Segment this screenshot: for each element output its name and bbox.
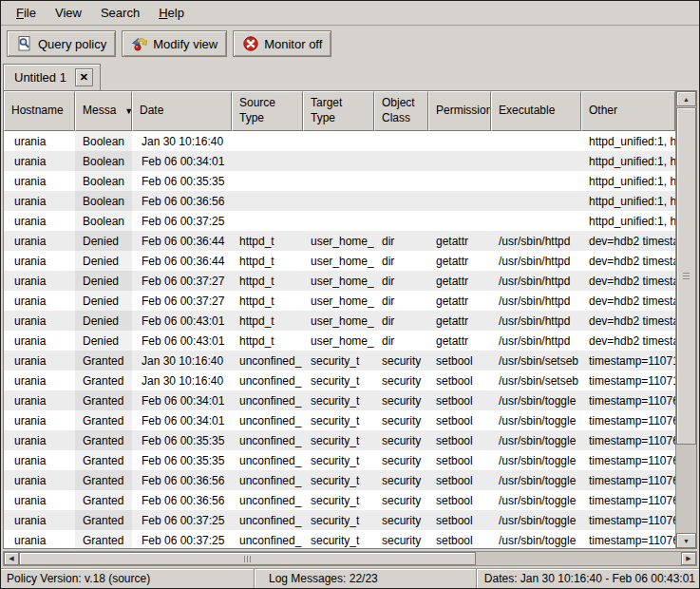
menu-search[interactable]: Search	[91, 2, 149, 24]
table-row[interactable]: uraniaBooleanFeb 06 00:36:56httpd_unifie…	[4, 191, 675, 211]
cell-source	[232, 171, 303, 191]
scroll-down-icon[interactable]: ▼	[676, 533, 696, 548]
cell-hostname: urania	[4, 291, 75, 311]
cell-message: Boolean	[75, 131, 132, 151]
menu-file[interactable]: File	[7, 2, 46, 24]
table-row[interactable]: uraniaDeniedFeb 06 00:43:01httpd_tuser_h…	[4, 311, 675, 331]
table-row[interactable]: uraniaDeniedFeb 06 00:36:44httpd_tuser_h…	[4, 251, 675, 271]
cell-hostname: urania	[4, 271, 75, 291]
cell-message: Granted	[75, 470, 132, 490]
cell-date: Feb 06 00:37:25	[132, 510, 232, 530]
column-header-label: Other	[589, 104, 617, 119]
column-header-message[interactable]: Messa▼	[75, 91, 132, 131]
cell-target: user_home_	[303, 231, 374, 251]
cell-hostname: urania	[4, 470, 75, 490]
cell-target: user_home_	[303, 251, 374, 271]
column-header-source[interactable]: Source Type	[232, 91, 303, 131]
cell-target: user_home_	[303, 291, 374, 311]
table-row[interactable]: uraniaGrantedFeb 06 00:34:01unconfined_s…	[4, 390, 675, 410]
cell-target	[303, 191, 374, 211]
vertical-scrollbar-track[interactable]	[676, 106, 696, 533]
column-header-other[interactable]: Other	[581, 91, 675, 131]
table-row[interactable]: uraniaGrantedFeb 06 00:35:35unconfined_s…	[4, 450, 675, 470]
cell-other: dev=hdb2 timesta	[581, 231, 675, 251]
cell-permission: setbool	[428, 370, 491, 390]
table-row[interactable]: uraniaDeniedFeb 06 00:37:27httpd_tuser_h…	[4, 271, 675, 291]
cell-executable: /usr/sbin/toggle	[491, 390, 581, 410]
table-row[interactable]: uraniaDeniedFeb 06 00:37:27httpd_tuser_h…	[4, 291, 675, 311]
log-messages-status: Log Messages: 22/23	[254, 569, 476, 588]
cell-hostname: urania	[4, 191, 75, 211]
cell-permission: setbool	[428, 530, 491, 548]
cell-source	[232, 151, 303, 171]
table-row[interactable]: uraniaGrantedFeb 06 00:36:56unconfined_s…	[4, 490, 675, 510]
cell-source	[232, 131, 303, 151]
cell-target: security_t	[303, 490, 374, 510]
cell-hostname: urania	[4, 390, 75, 410]
column-header-date[interactable]: Date	[132, 91, 232, 131]
app-window: FileViewSearchHelp Query policy	[0, 0, 700, 589]
cell-obj_class: security	[374, 510, 428, 530]
table-row[interactable]: uraniaDeniedFeb 06 00:36:44httpd_tuser_h…	[4, 231, 675, 251]
tab-label: Untitled 1	[14, 70, 66, 85]
mnemonic: F	[16, 6, 24, 20]
vertical-scrollbar-thumb[interactable]	[676, 107, 696, 445]
modify-view-button[interactable]: Modify view	[122, 30, 227, 57]
scroll-right-icon[interactable]: ▶	[681, 552, 696, 565]
cell-target: security_t	[303, 470, 374, 490]
cell-target: user_home_	[303, 271, 374, 291]
cell-hostname: urania	[4, 131, 75, 151]
cell-obj_class	[374, 211, 428, 231]
cell-date: Feb 06 00:43:01	[132, 331, 232, 351]
column-header-hostname[interactable]: Hostname	[4, 91, 75, 131]
cell-executable: /usr/sbin/toggle	[491, 450, 581, 470]
cell-date: Jan 30 10:16:40	[132, 351, 232, 370]
cell-date: Feb 06 00:37:27	[132, 291, 232, 311]
query-policy-button[interactable]: Query policy	[7, 30, 116, 57]
cell-target: security_t	[303, 430, 374, 450]
table-row[interactable]: uraniaGrantedJan 30 10:16:40unconfined_s…	[4, 351, 675, 370]
horizontal-scrollbar-track[interactable]	[19, 552, 681, 565]
table-row[interactable]: uraniaBooleanFeb 06 00:34:01httpd_unifie…	[4, 151, 675, 171]
toolbar: Query policy Modify view Monitor off	[1, 26, 699, 62]
cell-hostname: urania	[4, 311, 75, 331]
monitor-off-label: Monitor off	[264, 37, 322, 51]
vertical-scrollbar[interactable]: ▲ ▼	[675, 91, 696, 548]
monitor-off-button[interactable]: Monitor off	[233, 30, 331, 57]
column-header-obj_class[interactable]: Object Class	[374, 91, 428, 131]
table-row[interactable]: uraniaGrantedJan 30 10:16:40unconfined_s…	[4, 370, 675, 390]
table-row[interactable]: uraniaBooleanFeb 06 00:35:35httpd_unifie…	[4, 171, 675, 191]
cell-permission: setbool	[428, 390, 491, 410]
thumb-grip-icon	[244, 556, 245, 562]
table-row[interactable]: uraniaGrantedFeb 06 00:37:25unconfined_s…	[4, 510, 675, 530]
cell-other: timestamp=11076	[581, 470, 675, 490]
horizontal-scrollbar-thumb[interactable]	[19, 552, 476, 565]
table-row[interactable]: uraniaGrantedFeb 06 00:37:25unconfined_s…	[4, 530, 675, 548]
cell-other: timestamp=11076	[581, 510, 675, 530]
cell-source	[232, 191, 303, 211]
menu-help[interactable]: Help	[149, 2, 194, 24]
cell-obj_class: dir	[374, 251, 428, 271]
tab-close-icon[interactable]: ✕	[75, 68, 93, 86]
cell-other: httpd_unified:1, h	[581, 171, 675, 191]
table-row[interactable]: uraniaBooleanJan 30 10:16:40httpd_unifie…	[4, 131, 675, 151]
cell-obj_class: security	[374, 470, 428, 490]
scroll-left-icon[interactable]: ◀	[4, 552, 19, 565]
column-header-permission[interactable]: Permission	[428, 91, 491, 131]
tab-untitled-1[interactable]: Untitled 1 ✕	[3, 64, 101, 90]
horizontal-scrollbar[interactable]: ◀ ▶	[3, 551, 697, 566]
cell-date: Feb 06 00:36:56	[132, 490, 232, 510]
table-row[interactable]: uraniaBooleanFeb 06 00:37:25httpd_unifie…	[4, 211, 675, 231]
cell-target: security_t	[303, 530, 374, 548]
table-row[interactable]: uraniaGrantedFeb 06 00:36:56unconfined_s…	[4, 470, 675, 490]
cell-message: Boolean	[75, 211, 132, 231]
column-header-target[interactable]: Target Type	[303, 91, 374, 131]
menu-view[interactable]: View	[46, 2, 91, 24]
table-row[interactable]: uraniaGrantedFeb 06 00:35:35unconfined_s…	[4, 430, 675, 450]
table-row[interactable]: uraniaGrantedFeb 06 00:34:01unconfined_s…	[4, 410, 675, 430]
cell-message: Granted	[75, 530, 132, 548]
cell-other: timestamp=11076	[581, 530, 675, 548]
scroll-up-icon[interactable]: ▲	[676, 91, 696, 106]
column-header-executable[interactable]: Executable	[491, 91, 581, 131]
table-row[interactable]: uraniaDeniedFeb 06 00:43:01httpd_tuser_h…	[4, 331, 675, 351]
